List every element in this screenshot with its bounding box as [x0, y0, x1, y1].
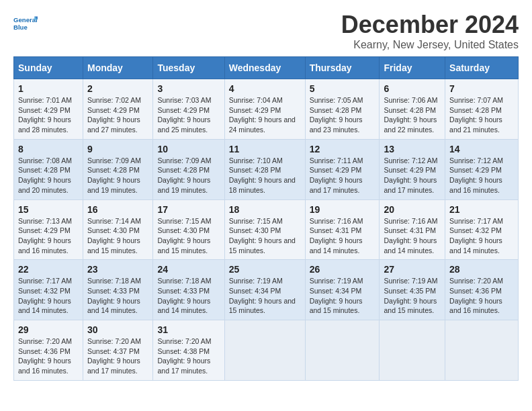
col-header-saturday: Saturday [445, 57, 519, 79]
week-row-1: 1Sunrise: 7:01 AM Sunset: 4:29 PM Daylig… [14, 79, 519, 140]
day-cell: 28Sunrise: 7:20 AM Sunset: 4:36 PM Dayli… [445, 260, 519, 320]
day-cell: 19Sunrise: 7:16 AM Sunset: 4:31 PM Dayli… [305, 199, 380, 260]
col-header-wednesday: Wednesday [224, 57, 305, 79]
day-number: 13 [384, 144, 441, 154]
day-number: 5 [310, 83, 375, 94]
day-cell: 12Sunrise: 7:11 AM Sunset: 4:29 PM Dayli… [305, 139, 380, 199]
logo-svg: General Blue [13, 11, 38, 35]
day-number: 22 [18, 264, 79, 275]
day-number: 8 [18, 144, 79, 154]
day-cell: 4Sunrise: 7:04 AM Sunset: 4:29 PM Daylig… [224, 79, 305, 140]
day-cell: 27Sunrise: 7:19 AM Sunset: 4:35 PM Dayli… [380, 260, 445, 320]
day-cell [380, 320, 445, 381]
col-header-tuesday: Tuesday [153, 57, 224, 79]
day-number: 12 [310, 144, 375, 154]
day-number: 3 [157, 83, 220, 94]
day-number: 23 [87, 264, 148, 275]
day-cell: 3Sunrise: 7:03 AM Sunset: 4:29 PM Daylig… [153, 79, 224, 140]
day-cell: 21Sunrise: 7:17 AM Sunset: 4:32 PM Dayli… [445, 199, 519, 260]
col-header-sunday: Sunday [14, 57, 83, 79]
calendar-table: SundayMondayTuesdayWednesdayThursdayFrid… [13, 56, 519, 381]
day-number: 9 [87, 144, 148, 154]
svg-text:General: General [13, 16, 38, 24]
day-info: Sunrise: 7:20 AM Sunset: 4:38 PM Dayligh… [157, 336, 220, 376]
header-row: SundayMondayTuesdayWednesdayThursdayFrid… [14, 57, 519, 79]
day-info: Sunrise: 7:07 AM Sunset: 4:28 PM Dayligh… [449, 95, 514, 135]
day-number: 6 [384, 83, 441, 94]
day-cell: 2Sunrise: 7:02 AM Sunset: 4:29 PM Daylig… [83, 79, 153, 140]
day-info: Sunrise: 7:04 AM Sunset: 4:29 PM Dayligh… [229, 95, 301, 135]
day-cell: 11Sunrise: 7:10 AM Sunset: 4:28 PM Dayli… [224, 139, 305, 199]
day-cell: 10Sunrise: 7:09 AM Sunset: 4:28 PM Dayli… [153, 139, 224, 199]
day-cell: 22Sunrise: 7:17 AM Sunset: 4:32 PM Dayli… [14, 260, 83, 320]
day-info: Sunrise: 7:06 AM Sunset: 4:28 PM Dayligh… [384, 95, 441, 135]
day-number: 17 [157, 204, 220, 215]
title-area: December 2024 Kearny, New Jersey, United… [341, 11, 519, 51]
day-number: 27 [384, 264, 441, 275]
week-row-3: 15Sunrise: 7:13 AM Sunset: 4:29 PM Dayli… [14, 199, 519, 260]
day-info: Sunrise: 7:05 AM Sunset: 4:28 PM Dayligh… [310, 95, 375, 135]
day-cell: 8Sunrise: 7:08 AM Sunset: 4:28 PM Daylig… [14, 139, 83, 199]
day-info: Sunrise: 7:09 AM Sunset: 4:28 PM Dayligh… [87, 156, 148, 195]
day-cell: 17Sunrise: 7:15 AM Sunset: 4:30 PM Dayli… [153, 199, 224, 260]
day-cell: 1Sunrise: 7:01 AM Sunset: 4:29 PM Daylig… [14, 79, 83, 140]
week-row-2: 8Sunrise: 7:08 AM Sunset: 4:28 PM Daylig… [14, 139, 519, 199]
day-cell: 23Sunrise: 7:18 AM Sunset: 4:33 PM Dayli… [83, 260, 153, 320]
day-cell [224, 320, 305, 381]
day-number: 31 [157, 324, 220, 335]
day-info: Sunrise: 7:20 AM Sunset: 4:36 PM Dayligh… [449, 276, 514, 316]
day-info: Sunrise: 7:18 AM Sunset: 4:33 PM Dayligh… [157, 276, 220, 316]
day-info: Sunrise: 7:20 AM Sunset: 4:36 PM Dayligh… [18, 336, 79, 376]
day-number: 18 [229, 204, 301, 215]
subtitle: Kearny, New Jersey, United States [341, 39, 519, 51]
day-cell: 7Sunrise: 7:07 AM Sunset: 4:28 PM Daylig… [445, 79, 519, 140]
day-info: Sunrise: 7:12 AM Sunset: 4:29 PM Dayligh… [384, 156, 441, 195]
day-info: Sunrise: 7:11 AM Sunset: 4:29 PM Dayligh… [310, 156, 375, 195]
week-row-5: 29Sunrise: 7:20 AM Sunset: 4:36 PM Dayli… [14, 320, 519, 381]
day-info: Sunrise: 7:19 AM Sunset: 4:35 PM Dayligh… [384, 276, 441, 316]
day-info: Sunrise: 7:02 AM Sunset: 4:29 PM Dayligh… [87, 95, 148, 135]
day-cell: 24Sunrise: 7:18 AM Sunset: 4:33 PM Dayli… [153, 260, 224, 320]
svg-text:Blue: Blue [13, 24, 28, 31]
day-number: 2 [87, 83, 148, 94]
day-info: Sunrise: 7:18 AM Sunset: 4:33 PM Dayligh… [87, 276, 148, 316]
day-info: Sunrise: 7:19 AM Sunset: 4:34 PM Dayligh… [310, 276, 375, 316]
day-info: Sunrise: 7:16 AM Sunset: 4:31 PM Dayligh… [384, 216, 441, 256]
day-number: 29 [18, 324, 79, 335]
day-cell: 6Sunrise: 7:06 AM Sunset: 4:28 PM Daylig… [380, 79, 445, 140]
day-info: Sunrise: 7:10 AM Sunset: 4:28 PM Dayligh… [229, 156, 301, 195]
day-number: 19 [310, 204, 375, 215]
day-number: 14 [449, 144, 514, 154]
day-info: Sunrise: 7:15 AM Sunset: 4:30 PM Dayligh… [157, 216, 220, 256]
day-cell: 15Sunrise: 7:13 AM Sunset: 4:29 PM Dayli… [14, 199, 83, 260]
col-header-monday: Monday [83, 57, 153, 79]
day-info: Sunrise: 7:20 AM Sunset: 4:37 PM Dayligh… [87, 336, 148, 376]
day-number: 15 [18, 204, 79, 215]
day-number: 24 [157, 264, 220, 275]
day-cell: 30Sunrise: 7:20 AM Sunset: 4:37 PM Dayli… [83, 320, 153, 381]
logo: General Blue [13, 11, 38, 35]
day-info: Sunrise: 7:15 AM Sunset: 4:30 PM Dayligh… [229, 216, 301, 256]
day-number: 4 [229, 83, 301, 94]
day-cell: 31Sunrise: 7:20 AM Sunset: 4:38 PM Dayli… [153, 320, 224, 381]
day-info: Sunrise: 7:08 AM Sunset: 4:28 PM Dayligh… [18, 156, 79, 195]
day-number: 10 [157, 144, 220, 154]
day-cell: 13Sunrise: 7:12 AM Sunset: 4:29 PM Dayli… [380, 139, 445, 199]
day-cell: 26Sunrise: 7:19 AM Sunset: 4:34 PM Dayli… [305, 260, 380, 320]
day-info: Sunrise: 7:14 AM Sunset: 4:30 PM Dayligh… [87, 216, 148, 256]
day-info: Sunrise: 7:17 AM Sunset: 4:32 PM Dayligh… [18, 276, 79, 316]
day-cell: 5Sunrise: 7:05 AM Sunset: 4:28 PM Daylig… [305, 79, 380, 140]
day-number: 11 [229, 144, 301, 154]
day-info: Sunrise: 7:09 AM Sunset: 4:28 PM Dayligh… [157, 156, 220, 195]
day-info: Sunrise: 7:03 AM Sunset: 4:29 PM Dayligh… [157, 95, 220, 135]
day-cell: 14Sunrise: 7:12 AM Sunset: 4:29 PM Dayli… [445, 139, 519, 199]
main-title: December 2024 [341, 11, 519, 39]
day-info: Sunrise: 7:16 AM Sunset: 4:31 PM Dayligh… [310, 216, 375, 256]
day-cell: 25Sunrise: 7:19 AM Sunset: 4:34 PM Dayli… [224, 260, 305, 320]
day-info: Sunrise: 7:17 AM Sunset: 4:32 PM Dayligh… [449, 216, 514, 256]
day-info: Sunrise: 7:12 AM Sunset: 4:29 PM Dayligh… [449, 156, 514, 195]
day-cell: 9Sunrise: 7:09 AM Sunset: 4:28 PM Daylig… [83, 139, 153, 199]
day-cell: 20Sunrise: 7:16 AM Sunset: 4:31 PM Dayli… [380, 199, 445, 260]
day-number: 20 [384, 204, 441, 215]
day-number: 30 [87, 324, 148, 335]
